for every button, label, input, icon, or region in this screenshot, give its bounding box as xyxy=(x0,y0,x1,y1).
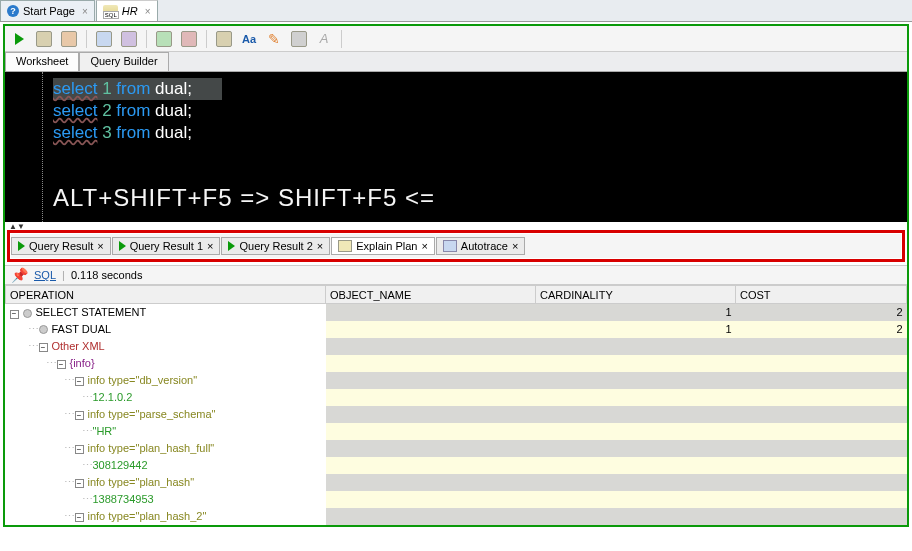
tab-label: Start Page xyxy=(23,5,75,17)
code-lines: select 1 from dual; select 2 from dual; … xyxy=(53,78,907,144)
table-row[interactable]: −SELECT STATEMENT12 xyxy=(6,304,907,321)
sql-link[interactable]: SQL xyxy=(34,269,56,281)
tree-toggle[interactable]: − xyxy=(57,360,66,369)
tree-toggle[interactable]: − xyxy=(75,377,84,386)
table-row[interactable]: ⋯12.1.0.2 xyxy=(6,389,907,406)
col-object-name[interactable]: OBJECT_NAME xyxy=(326,286,536,304)
node-text: info type="plan_hash" xyxy=(88,476,195,488)
operation-cell: ⋯12.1.0.2 xyxy=(6,389,326,406)
close-icon[interactable]: × xyxy=(82,6,88,17)
case-button[interactable]: Aa xyxy=(239,29,259,49)
worksheet-subtabs: Worksheet Query Builder xyxy=(5,52,907,72)
table-row[interactable]: ⋯−{info} xyxy=(6,355,907,372)
tab-start-page[interactable]: ? Start Page × xyxy=(0,0,95,21)
table-row[interactable]: ⋯−Other XML xyxy=(6,338,907,355)
cost-cell xyxy=(736,338,907,355)
cost-cell xyxy=(736,389,907,406)
tree-toggle[interactable]: − xyxy=(75,445,84,454)
sub-tab-worksheet[interactable]: Worksheet xyxy=(5,52,79,71)
card-cell xyxy=(536,440,736,457)
sql-db-icon xyxy=(103,5,118,17)
tab-label: Autotrace xyxy=(461,240,508,252)
tree-toggle[interactable]: − xyxy=(10,310,19,319)
tab-label: Query Result 1 xyxy=(130,240,203,252)
table-row[interactable]: ⋯"HR" xyxy=(6,423,907,440)
result-tab-autotrace[interactable]: Autotrace × xyxy=(436,237,526,255)
main-panel: Aa ✎ A Worksheet Query Builder select 1 … xyxy=(3,24,909,527)
close-icon[interactable]: × xyxy=(421,240,427,252)
obj-cell xyxy=(326,304,536,321)
table-row[interactable]: ⋯−info type="plan_hash_full" xyxy=(6,440,907,457)
explain-plan-table: OPERATION OBJECT_NAME CARDINALITY COST −… xyxy=(5,285,907,525)
operation-cell: ⋯1388734953 xyxy=(6,491,326,508)
play-icon xyxy=(228,241,235,251)
result-tab-query-result-2[interactable]: Query Result 2 × xyxy=(221,237,330,255)
worksheet-toolbar: Aa ✎ A xyxy=(5,26,907,52)
table-row[interactable]: ⋯−info type="parse_schema" xyxy=(6,406,907,423)
table-row[interactable]: ⋯−info type="db_version" xyxy=(6,372,907,389)
history-button[interactable] xyxy=(289,29,309,49)
tree-toggle[interactable]: − xyxy=(75,411,84,420)
node-text: FAST DUAL xyxy=(52,323,112,335)
rollback-button[interactable] xyxy=(179,29,199,49)
close-icon[interactable]: × xyxy=(317,240,323,252)
splitter-handle[interactable]: ▲▼ xyxy=(5,222,907,230)
col-operation[interactable]: OPERATION xyxy=(6,286,326,304)
close-icon[interactable]: × xyxy=(97,240,103,252)
tree-toggle[interactable]: − xyxy=(75,513,84,522)
obj-cell xyxy=(326,491,536,508)
sql-editor[interactable]: select 1 from dual; select 2 from dual; … xyxy=(5,72,907,222)
cost-cell xyxy=(736,372,907,389)
highlight-annotation: Query Result × Query Result 1 × Query Re… xyxy=(7,230,905,262)
commit-button[interactable] xyxy=(154,29,174,49)
operation-cell: ⋯−info type="plan_hash" xyxy=(6,474,326,491)
col-cardinality[interactable]: CARDINALITY xyxy=(536,286,736,304)
toolbar-separator xyxy=(206,30,207,48)
col-cost[interactable]: COST xyxy=(736,286,907,304)
card-cell xyxy=(536,389,736,406)
obj-cell xyxy=(326,457,536,474)
card-cell xyxy=(536,338,736,355)
result-tab-query-result-1[interactable]: Query Result 1 × xyxy=(112,237,221,255)
card-cell xyxy=(536,508,736,525)
tree-toggle[interactable]: − xyxy=(75,479,84,488)
table-row[interactable]: ⋯−info type="plan_hash" xyxy=(6,474,907,491)
sub-tab-query-builder[interactable]: Query Builder xyxy=(79,52,168,71)
cost-cell: 2 xyxy=(736,321,907,338)
autotrace-icon xyxy=(96,31,112,47)
tab-hr[interactable]: HR × xyxy=(96,0,158,21)
table-row[interactable]: ⋯−info type="plan_hash_2" xyxy=(6,508,907,525)
table-row[interactable]: ⋯1388734953 xyxy=(6,491,907,508)
close-icon[interactable]: × xyxy=(145,6,151,17)
obj-cell xyxy=(326,389,536,406)
pin-icon[interactable]: 📌 xyxy=(11,267,28,283)
table-row[interactable]: ⋯FAST DUAL12 xyxy=(6,321,907,338)
sql-tuning-button[interactable] xyxy=(119,29,139,49)
close-icon[interactable]: × xyxy=(512,240,518,252)
operation-cell: −SELECT STATEMENT xyxy=(6,304,326,321)
run-button[interactable] xyxy=(9,29,29,49)
obj-cell xyxy=(326,406,536,423)
result-tab-query-result[interactable]: Query Result × xyxy=(11,237,111,255)
node-text: Other XML xyxy=(52,340,105,352)
result-tab-explain-plan[interactable]: Explain Plan × xyxy=(331,237,435,255)
card-cell: 1 xyxy=(536,321,736,338)
operation-cell: ⋯−info type="db_version" xyxy=(6,372,326,389)
format-button[interactable]: A xyxy=(314,29,334,49)
operation-cell: ⋯308129442 xyxy=(6,457,326,474)
run-script-button[interactable] xyxy=(34,29,54,49)
autotrace-button[interactable] xyxy=(94,29,114,49)
clear-button[interactable]: ✎ xyxy=(264,29,284,49)
cost-cell xyxy=(736,406,907,423)
unshared-button[interactable] xyxy=(214,29,234,49)
close-icon[interactable]: × xyxy=(207,240,213,252)
card-cell xyxy=(536,355,736,372)
node-text: "HR" xyxy=(93,425,117,437)
table-row[interactable]: ⋯308129442 xyxy=(6,457,907,474)
node-text: info type="parse_schema" xyxy=(88,408,216,420)
explain-plan-button[interactable] xyxy=(59,29,79,49)
tree-toggle[interactable]: − xyxy=(39,343,48,352)
cost-cell xyxy=(736,474,907,491)
tab-label: Query Result 2 xyxy=(239,240,312,252)
operation-cell: ⋯−Other XML xyxy=(6,338,326,355)
